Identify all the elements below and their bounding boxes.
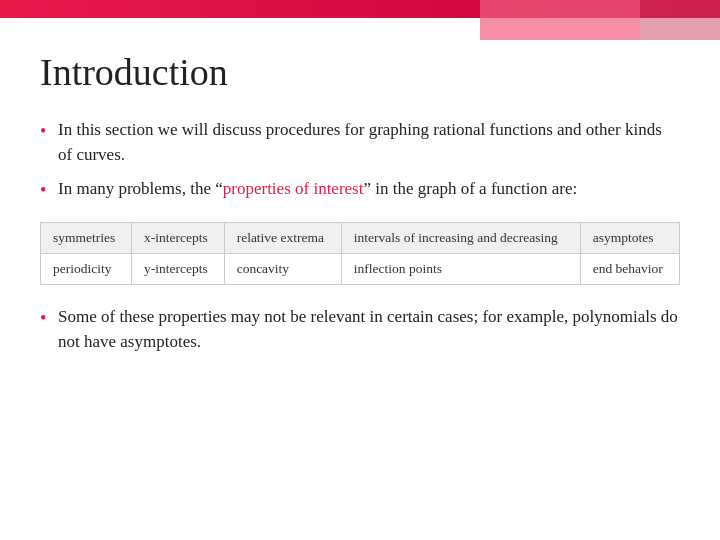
cell-concavity: concavity [224,253,341,284]
cell-x-intercepts: x-intercepts [132,222,225,253]
bullet-item-2: In many problems, the “properties of int… [40,177,680,202]
cell-intervals: intervals of increasing and decreasing [341,222,580,253]
cell-inflection-points: inflection points [341,253,580,284]
cell-asymptotes: asymptotes [580,222,679,253]
bullet-2-text-after: ” in the graph of a function are: [363,179,577,198]
intro-bullets: In this section we will discuss procedur… [40,118,680,202]
cell-relative-extrema: relative extrema [224,222,341,253]
properties-table: symmetries x-intercepts relative extrema… [40,222,680,285]
bullet-2-text-before: In many problems, the “ [58,179,223,198]
table-row-2: periodicity y-intercepts concavity infle… [41,253,680,284]
slide-content: Introduction In this section we will dis… [0,18,720,540]
cell-y-intercepts: y-intercepts [132,253,225,284]
cell-periodicity: periodicity [41,253,132,284]
table-row-1: symmetries x-intercepts relative extrema… [41,222,680,253]
bottom-bullet-text: Some of these properties may not be rele… [58,307,678,351]
cell-end-behavior: end behavior [580,253,679,284]
bullet-2-highlight: properties of interest [223,179,364,198]
bullet-1-text: In this section we will discuss procedur… [58,120,662,164]
cell-symmetries: symmetries [41,222,132,253]
bullet-item-1: In this section we will discuss procedur… [40,118,680,167]
bottom-bullet: Some of these properties may not be rele… [40,305,680,354]
slide-title: Introduction [40,50,680,94]
